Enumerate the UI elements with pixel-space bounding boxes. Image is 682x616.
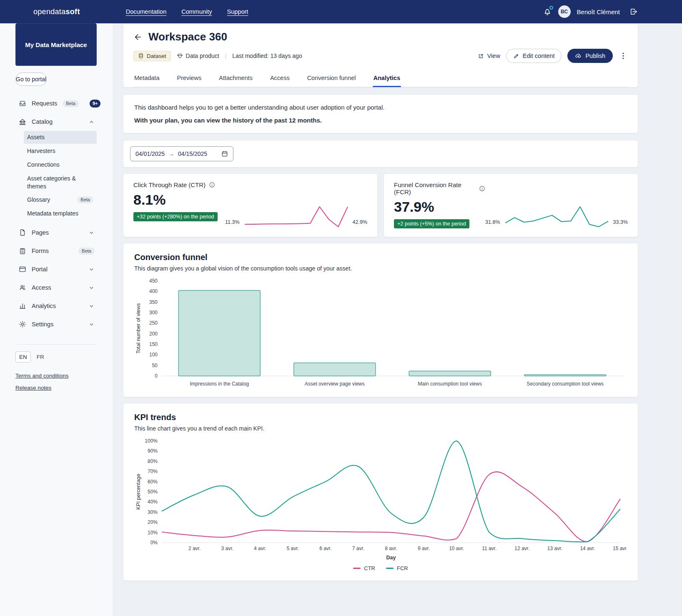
more-options-kebab-icon[interactable] xyxy=(619,51,628,60)
ctr-swatch xyxy=(353,568,361,569)
tab-metadata[interactable]: Metadata xyxy=(133,70,160,87)
spark-end-label: 42.9% xyxy=(353,219,367,225)
trends-title: KPI trends xyxy=(134,413,627,422)
nav-support[interactable]: Support xyxy=(227,8,248,15)
beta-badge: Beta xyxy=(63,100,79,107)
data-product-text: Data product xyxy=(186,53,219,59)
notification-dot xyxy=(549,6,553,10)
svg-text:40%: 40% xyxy=(148,499,158,505)
tab-analytics[interactable]: Analytics xyxy=(373,70,401,87)
opendatasoft-logo[interactable]: opendatasoft xyxy=(33,8,80,16)
spark-end-label: 33.3% xyxy=(613,219,628,225)
svg-text:0%: 0% xyxy=(150,540,158,546)
intro-line-2: With your plan, you can view the history… xyxy=(134,117,627,124)
fcr-swatch xyxy=(386,568,394,569)
sidebar-item-label: Pages xyxy=(32,229,49,236)
svg-text:KPI percentage: KPI percentage xyxy=(135,474,141,510)
portal-icon xyxy=(19,265,26,273)
svg-text:10 avr.: 10 avr. xyxy=(449,546,464,551)
ctr-kpi-card: Click Through Rate (CTR) 8.1% +32 points… xyxy=(123,173,378,237)
dataset-badge[interactable]: Dataset xyxy=(133,51,171,61)
sidebar-subitem-asset-categories[interactable]: Asset categories & themes xyxy=(24,172,97,193)
requests-count-badge: 9+ xyxy=(90,100,101,108)
sidebar-item-label: Settings xyxy=(32,321,53,328)
sidebar-item-requests[interactable]: Requests Beta 9+ xyxy=(0,94,113,113)
notifications-bell-icon[interactable] xyxy=(543,7,552,16)
tab-previews[interactable]: Previews xyxy=(176,70,202,87)
main-area: Workspace 360 Dataset Data product | Las… xyxy=(113,23,682,616)
nav-community[interactable]: Community xyxy=(181,8,212,15)
go-to-portal-button[interactable]: Go to portal xyxy=(15,73,47,86)
svg-text:200: 200 xyxy=(149,331,158,337)
lang-fr[interactable]: FR xyxy=(37,354,44,360)
svg-text:Secondary consumption tool vie: Secondary consumption tool views xyxy=(527,381,604,387)
sidebar-item-label: Catalog xyxy=(32,118,53,125)
info-icon[interactable] xyxy=(479,185,485,192)
sidebar-subitem-assets[interactable]: Assets xyxy=(24,131,97,144)
sidebar-item-settings[interactable]: Settings xyxy=(0,315,113,333)
chevron-down-icon xyxy=(88,266,95,273)
publish-button[interactable]: Publish xyxy=(567,49,613,63)
sidebar-item-label: Portal xyxy=(32,266,48,273)
workspace-card[interactable]: My Data Marketplace xyxy=(15,23,97,66)
chevron-down-icon xyxy=(88,285,95,291)
legend-item-ctr[interactable]: CTR xyxy=(353,565,375,571)
spark-start-label: 31.8% xyxy=(485,219,500,225)
tab-access[interactable]: Access xyxy=(269,70,291,87)
svg-text:Day: Day xyxy=(386,555,396,561)
sidebar-item-portal[interactable]: Portal xyxy=(0,260,113,278)
beta-badge: Beta xyxy=(78,248,95,255)
svg-text:10%: 10% xyxy=(148,530,158,536)
subitem-label: Assets xyxy=(27,133,45,141)
logout-icon[interactable] xyxy=(629,8,638,16)
tab-attachments[interactable]: Attachments xyxy=(218,70,253,87)
topbar-right: BC Benoît Clément xyxy=(543,5,638,18)
view-button[interactable]: View xyxy=(478,53,500,59)
svg-text:90%: 90% xyxy=(148,448,158,454)
settings-gear-icon xyxy=(19,321,26,328)
nav-documentation[interactable]: Documentation xyxy=(126,8,167,15)
svg-text:450: 450 xyxy=(149,278,158,284)
release-notes-link[interactable]: Release notes xyxy=(15,385,51,391)
svg-text:400: 400 xyxy=(149,288,158,294)
sidebar-item-catalog[interactable]: Catalog xyxy=(0,113,113,131)
workspace-name: My Data Marketplace xyxy=(25,41,87,48)
sidebar-item-pages[interactable]: Pages xyxy=(0,223,113,242)
asset-tabs: Metadata Previews Attachments Access Con… xyxy=(133,70,628,87)
svg-text:300: 300 xyxy=(149,310,158,316)
external-link-icon xyxy=(478,53,484,59)
date-range-input[interactable]: 04/01/2025 → 04/15/2025 xyxy=(130,146,233,161)
avatar[interactable]: BC xyxy=(558,5,571,18)
sidebar-item-forms[interactable]: Forms Beta xyxy=(0,242,113,260)
svg-text:250: 250 xyxy=(149,320,158,326)
terms-link[interactable]: Terms and conditions xyxy=(15,373,69,379)
svg-text:80%: 80% xyxy=(148,458,158,464)
back-button[interactable] xyxy=(133,33,143,42)
fcr-sparkline: 31.8% 33.3% xyxy=(485,181,628,228)
sidebar-divider xyxy=(15,344,97,345)
page-title: Workspace 360 xyxy=(148,30,227,43)
edit-content-button[interactable]: Edit content xyxy=(506,49,562,63)
view-button-label: View xyxy=(487,53,500,59)
subitem-label: Asset categories & themes xyxy=(27,175,81,190)
legend-item-fcr[interactable]: FCR xyxy=(386,565,408,571)
svg-text:14 avr.: 14 avr. xyxy=(580,546,595,551)
svg-text:70%: 70% xyxy=(148,468,158,474)
kpi-row: Click Through Rate (CTR) 8.1% +32 points… xyxy=(123,173,638,237)
svg-text:Main consumption tool views: Main consumption tool views xyxy=(418,381,482,387)
tab-conversion-funnel[interactable]: Conversion funnel xyxy=(306,70,357,87)
sidebar-item-access[interactable]: Access xyxy=(0,278,113,297)
funnel-title: Conversion funnel xyxy=(134,253,627,262)
svg-text:30%: 30% xyxy=(148,509,158,515)
info-icon[interactable] xyxy=(209,182,215,188)
sidebar-subitem-glossary[interactable]: GlossaryBeta xyxy=(24,193,97,206)
svg-text:350: 350 xyxy=(149,299,158,305)
date-start: 04/01/2025 xyxy=(135,150,165,157)
sidebar-subitem-harvesters[interactable]: Harvesters xyxy=(24,145,97,158)
sidebar-subitem-connections[interactable]: Connections xyxy=(24,158,97,171)
sidebar-subitem-metadata-templates[interactable]: Metadata templates xyxy=(24,207,97,220)
lang-en[interactable]: EN xyxy=(15,351,31,363)
sidebar-item-analytics[interactable]: Analytics xyxy=(0,297,113,315)
sidebar-footer-links: Terms and conditions Release notes xyxy=(15,372,98,396)
sidebar-item-label: Analytics xyxy=(32,303,56,309)
